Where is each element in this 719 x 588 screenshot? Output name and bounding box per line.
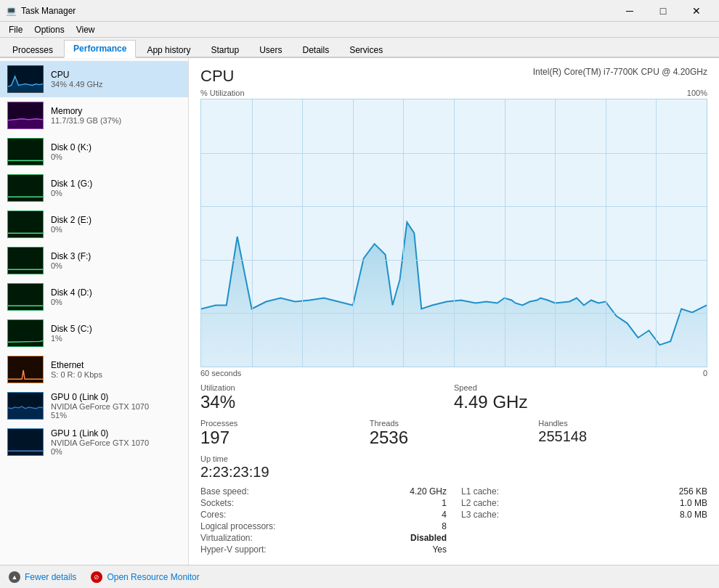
detail-base-speed: Base speed: 4.20 GHz [200,486,447,497]
sidebar-ethernet-label: Ethernet [51,360,181,370]
tab-services[interactable]: Services [340,41,392,58]
cpu-header: CPU Intel(R) Core(TM) i7-7700K CPU @ 4.2… [200,67,707,86]
ethernet-mini-graph [7,356,44,383]
handles-value: 255148 [538,428,707,445]
details-left: Base speed: 4.20 GHz Sockets: 1 Cores: 4… [200,486,447,555]
details-grid: Base speed: 4.20 GHz Sockets: 1 Cores: 4… [200,486,707,555]
speed-value: 4.49 GHz [454,392,707,413]
disk4-mini-graph [7,283,44,311]
sidebar-gpu0-label: GPU 0 (Link 0) [51,392,181,402]
sidebar-gpu0-value: NVIDIA GeForce GTX 1070 [51,402,181,411]
cpu-mini-graph [7,65,44,93]
close-button[interactable]: ✕ [680,0,713,22]
memory-mini-graph [7,102,44,129]
uptime-label: Up time [200,454,707,463]
sidebar-gpu1-pct: 0% [51,447,181,456]
svg-marker-3 [8,119,43,128]
resource-monitor-icon: ⊘ [91,571,102,583]
fewer-details-label: Fewer details [25,572,76,582]
sidebar-item-disk1[interactable]: Disk 1 (G:) 0% [0,170,188,206]
disk3-mini-graph [7,247,44,274]
detail-l3: L3 cache: 8.0 MB [461,510,707,520]
detail-logical-processors: Logical processors: 8 [200,521,447,531]
sidebar-disk0-label: Disk 0 (K:) [51,142,181,152]
cpu-model: Intel(R) Core(TM) i7-7700K CPU @ 4.20GHz [533,67,707,77]
minimize-button[interactable]: ─ [613,0,646,22]
chart-labels-bottom: 60 seconds 0 [200,369,707,377]
sidebar-disk2-value: 0% [51,225,181,234]
detail-l1: L1 cache: 256 KB [461,486,707,497]
tab-bar: Processes Performance App history Startu… [0,38,719,58]
sidebar-item-memory[interactable]: Memory 11.7/31.9 GB (37%) [0,97,188,134]
detail-cores: Cores: 4 [200,510,447,520]
stats-row-1: Utilization 34% Speed 4.49 GHz [200,383,707,413]
bottom-bar: ▲ Fewer details ⊘ Open Resource Monitor [0,565,719,588]
sidebar-ethernet-value: S: 0 R: 0 Kbps [51,370,181,379]
sidebar-disk0-value: 0% [51,152,181,161]
menu-file[interactable]: File [3,23,28,36]
sidebar-gpu0-pct: 51% [51,411,181,420]
processes-label: Processes [200,419,370,428]
sidebar-cpu-label: CPU [51,70,181,80]
stat-processes: Processes 197 [200,419,370,449]
processes-value: 197 [200,428,370,449]
cpu-chart [200,99,707,367]
stat-threads: Threads 2536 [370,419,539,449]
sidebar-gpu1-value: NVIDIA GeForce GTX 1070 [51,438,181,447]
fewer-details-button[interactable]: ▲ Fewer details [9,571,76,583]
app-title: Task Manager [21,6,76,16]
menu-bar: File Options View [0,22,719,38]
tab-processes[interactable]: Processes [3,41,62,58]
sidebar-item-cpu[interactable]: CPU 34% 4.49 GHz [0,61,188,97]
sidebar-gpu1-label: GPU 1 (Link 0) [51,428,181,438]
tab-details[interactable]: Details [293,41,338,58]
menu-view[interactable]: View [70,23,101,36]
sidebar-disk2-label: Disk 2 (E:) [51,215,181,225]
stat-utilization: Utilization 34% [200,383,454,413]
sidebar-disk4-label: Disk 4 (D:) [51,287,181,298]
detail-hyperv: Hyper-V support: Yes [200,544,447,555]
uptime-value: 2:23:23:19 [200,463,707,481]
detail-virtualization: Virtualization: Disabled [200,533,447,543]
tab-app-history[interactable]: App history [137,41,200,58]
detail-sockets: Sockets: 1 [200,498,447,508]
threads-label: Threads [370,419,539,428]
sidebar-disk5-label: Disk 5 (C:) [51,324,181,334]
speed-label: Speed [454,383,707,392]
utilization-label: Utilization [200,383,454,392]
window-controls: ─ □ ✕ [613,0,713,22]
details-right: L1 cache: 256 KB L2 cache: 1.0 MB L3 cac… [461,486,707,555]
sidebar-disk5-value: 1% [51,334,181,343]
sidebar-item-disk2[interactable]: Disk 2 (E:) 0% [0,206,188,242]
sidebar-disk3-value: 0% [51,261,181,270]
sidebar-cpu-value: 34% 4.49 GHz [51,80,181,89]
open-resource-monitor-button[interactable]: ⊘ Open Resource Monitor [91,571,199,583]
disk0-mini-graph [7,138,44,166]
sidebar-item-ethernet[interactable]: Ethernet S: 0 R: 0 Kbps [0,351,188,388]
chart-time-end: 0 [703,369,707,377]
maximize-button[interactable]: □ [646,0,680,22]
sidebar-item-disk0[interactable]: Disk 0 (K:) 0% [0,134,188,170]
sidebar-item-disk3[interactable]: Disk 3 (F:) 0% [0,242,188,279]
main-content: CPU 34% 4.49 GHz Memory 11.7/31.9 GB (37… [0,58,719,565]
chart-labels-top: % Utilization 100% [200,89,707,97]
stat-handles: Handles 255148 [538,419,707,449]
menu-options[interactable]: Options [28,23,70,36]
disk5-mini-graph [7,319,44,347]
sidebar-item-disk5[interactable]: Disk 5 (C:) 1% [0,315,188,351]
tab-users[interactable]: Users [250,41,291,58]
uptime-block: Up time 2:23:23:19 [200,454,707,481]
utilization-value: 34% [200,392,454,413]
sidebar-item-gpu1[interactable]: GPU 1 (Link 0) NVIDIA GeForce GTX 1070 0… [0,424,188,460]
tab-startup[interactable]: Startup [201,41,248,58]
sidebar-item-disk4[interactable]: Disk 4 (D:) 0% [0,279,188,315]
disk2-mini-graph [7,211,44,238]
gpu0-mini-graph [7,392,44,420]
open-monitor-label: Open Resource Monitor [107,572,199,582]
sidebar-item-gpu0[interactable]: GPU 0 (Link 0) NVIDIA GeForce GTX 1070 5… [0,388,188,424]
tab-performance[interactable]: Performance [64,40,136,58]
sidebar-memory-label: Memory [51,106,181,116]
handles-label: Handles [538,419,707,428]
app-icon: 💻 [6,6,17,16]
title-bar: 💻 Task Manager ─ □ ✕ [0,0,719,22]
